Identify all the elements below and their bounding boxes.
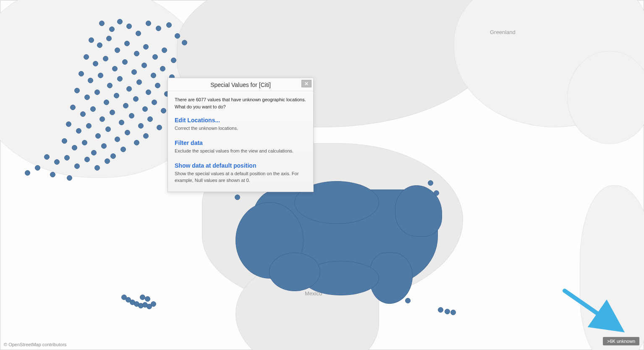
data-point xyxy=(84,54,89,60)
close-icon xyxy=(305,82,308,85)
data-point xyxy=(117,76,123,82)
data-point xyxy=(235,195,240,200)
data-point xyxy=(25,170,30,176)
data-point xyxy=(134,51,139,56)
option-desc: Exclude the special values from the view… xyxy=(175,148,306,155)
data-point xyxy=(117,19,123,24)
data-cluster-us-texas xyxy=(269,253,320,291)
dialog-message: There are 6077 values that have unknown … xyxy=(175,96,306,110)
data-point xyxy=(155,83,160,88)
data-point xyxy=(146,21,151,26)
data-point xyxy=(143,133,149,139)
data-point xyxy=(152,100,157,105)
data-point xyxy=(54,159,60,165)
data-point xyxy=(126,86,132,92)
data-point xyxy=(109,26,115,32)
data-point xyxy=(152,54,158,60)
data-point xyxy=(405,298,411,303)
data-point xyxy=(101,143,107,149)
data-point xyxy=(62,138,67,144)
option-desc: Show the special values at a default pos… xyxy=(175,171,306,184)
dialog-body: There are 6077 values that have unknown … xyxy=(168,91,313,192)
data-point xyxy=(86,123,92,129)
special-values-dialog: Special Values for [Citi] There are 6077… xyxy=(168,78,314,192)
data-point xyxy=(50,172,55,177)
data-point xyxy=(94,89,100,95)
data-point xyxy=(99,116,105,122)
data-point xyxy=(445,309,450,314)
land-iceland xyxy=(567,51,644,144)
data-point xyxy=(133,96,139,102)
data-point xyxy=(84,157,90,162)
data-point xyxy=(93,61,98,66)
dialog-message-line1: There are 6077 values that have unknown … xyxy=(175,96,306,103)
data-point xyxy=(79,71,84,76)
data-point xyxy=(136,79,142,85)
data-point xyxy=(99,21,105,26)
data-point xyxy=(114,93,119,98)
option-edit-locations[interactable]: Edit Locations... Correct the unknown lo… xyxy=(175,117,306,132)
data-point xyxy=(44,154,50,160)
data-point xyxy=(107,83,113,88)
data-point xyxy=(147,116,153,122)
dialog-close-button[interactable] xyxy=(301,80,312,87)
data-point xyxy=(70,105,76,110)
data-point xyxy=(134,140,139,145)
data-point xyxy=(434,190,439,196)
option-title[interactable]: Show data at default position xyxy=(175,162,306,169)
data-point xyxy=(106,36,112,41)
data-point xyxy=(110,110,115,115)
data-point xyxy=(94,165,100,171)
option-title[interactable]: Filter data xyxy=(175,139,306,146)
data-point xyxy=(95,133,101,139)
data-point xyxy=(112,66,118,71)
data-point xyxy=(129,113,134,118)
data-point xyxy=(450,310,456,315)
data-point xyxy=(157,125,162,130)
data-point xyxy=(115,47,120,53)
map-canvas[interactable]: Greenland Mexico © OpenStreetMap contrib… xyxy=(0,0,644,350)
data-point xyxy=(103,56,108,61)
unknown-values-indicator[interactable]: >6K unknown xyxy=(603,337,639,345)
data-point xyxy=(131,69,137,75)
data-point xyxy=(160,66,165,71)
data-point xyxy=(66,121,71,127)
dialog-message-line2: What do you want to do? xyxy=(175,103,306,111)
data-point xyxy=(119,120,124,125)
data-point xyxy=(88,78,93,83)
data-point xyxy=(89,37,94,43)
data-point xyxy=(104,100,109,105)
land-africa-edge xyxy=(580,185,644,350)
data-point xyxy=(126,24,132,29)
data-point xyxy=(72,145,77,150)
data-point xyxy=(120,147,126,152)
data-point xyxy=(175,33,180,39)
data-point xyxy=(67,175,72,181)
data-point xyxy=(142,106,148,112)
data-point xyxy=(162,47,167,53)
data-point xyxy=(124,41,130,46)
dialog-title-bar: Special Values for [Citi] xyxy=(168,78,313,91)
data-point xyxy=(438,307,443,313)
data-point xyxy=(74,163,80,169)
data-point xyxy=(76,128,81,134)
option-title[interactable]: Edit Locations... xyxy=(175,117,306,124)
data-point xyxy=(171,58,176,63)
data-point xyxy=(182,40,187,45)
data-point xyxy=(156,26,161,31)
data-point xyxy=(80,111,86,117)
data-point xyxy=(84,95,90,100)
data-point xyxy=(98,73,103,78)
data-point xyxy=(428,180,433,186)
data-point xyxy=(125,130,130,135)
option-filter-data[interactable]: Filter data Exclude the special values f… xyxy=(175,139,306,155)
data-point xyxy=(35,165,40,171)
option-show-default-position[interactable]: Show data at default position Show the s… xyxy=(175,162,306,184)
map-visualization-frame: Greenland Mexico © OpenStreetMap contrib… xyxy=(0,0,644,350)
data-point xyxy=(90,106,96,112)
data-point xyxy=(146,89,151,95)
data-point xyxy=(151,301,156,307)
data-point xyxy=(140,295,145,300)
data-point xyxy=(115,137,120,142)
data-point xyxy=(138,123,144,129)
